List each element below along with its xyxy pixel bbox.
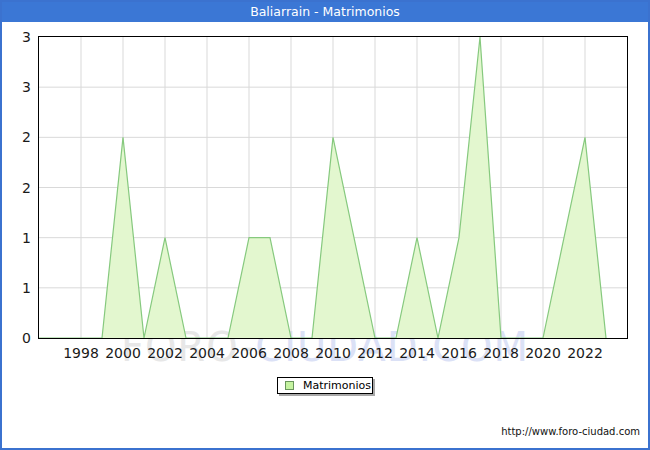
footer-url: http://www.foro-ciudad.com — [501, 426, 640, 437]
x-tick-label: 2014 — [399, 345, 435, 361]
legend-swatch-matrimonios — [285, 381, 294, 390]
x-tick-label: 2002 — [147, 345, 183, 361]
x-tick-label: 2016 — [441, 345, 477, 361]
x-tick-label: 2020 — [525, 345, 561, 361]
x-tick-label: 2008 — [273, 345, 309, 361]
x-tick-label: 2022 — [567, 345, 603, 361]
x-tick-label: 2012 — [357, 345, 393, 361]
x-tick-label: 2010 — [315, 345, 351, 361]
legend: Matrimonios — [277, 377, 373, 394]
legend-label: Matrimonios — [303, 379, 371, 392]
x-tick-label: 2004 — [189, 345, 225, 361]
x-tick-label: 2018 — [483, 345, 519, 361]
x-tick-label: 2000 — [105, 345, 141, 361]
x-tick-label: 2006 — [231, 345, 267, 361]
x-tick-label: 1998 — [63, 345, 99, 361]
chart-window: FORO-CIUDAD.COM Baliarrain - Matrimonios… — [0, 0, 650, 450]
